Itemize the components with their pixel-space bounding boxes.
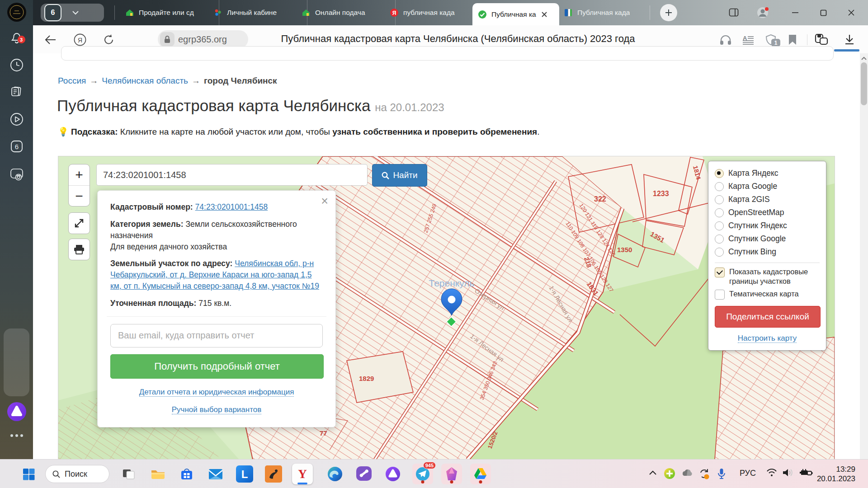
yandex-home-icon[interactable]: Я [73, 33, 87, 47]
video-play-icon[interactable] [9, 112, 24, 127]
taskbar-clock[interactable]: 13:29 20.01.2023 [817, 465, 855, 483]
google-drive-icon[interactable] [470, 464, 491, 484]
profile-avatar[interactable] [756, 6, 769, 19]
layer-option-2gis-map[interactable]: Карта 2GIS [715, 193, 820, 206]
sync-tray-icon[interactable] [698, 468, 711, 480]
download-icon[interactable] [842, 33, 857, 47]
tabs-count-icon[interactable]: 6 [9, 139, 24, 154]
profile-avatar[interactable] [7, 2, 27, 22]
yandex-icon: Я [390, 8, 399, 17]
tab-label: публичная када [403, 9, 455, 17]
onedrive-tray-icon[interactable] [681, 468, 693, 477]
orange-app-icon[interactable] [263, 464, 284, 484]
fullscreen-button[interactable] [68, 212, 90, 234]
chevron-down-icon[interactable] [70, 7, 81, 19]
cadastral-borders-checkbox[interactable]: Показать кадастровые границы участков [715, 267, 820, 286]
zoom-in-button[interactable]: + [69, 164, 90, 186]
alice-taskbar-icon[interactable] [382, 464, 403, 484]
tray-chevron-icon[interactable] [647, 468, 658, 479]
battery-tray-icon[interactable] [799, 468, 813, 477]
headphones-icon[interactable] [718, 33, 733, 47]
sidebar-more-icon[interactable] [9, 433, 24, 438]
task-view-button[interactable] [118, 464, 139, 484]
back-button[interactable] [43, 33, 57, 47]
side-panels-icon[interactable] [727, 6, 741, 19]
layer-option-google-map[interactable]: Карта Google [715, 180, 820, 193]
volume-tray-icon[interactable] [782, 468, 794, 478]
new-tab-button[interactable] [660, 4, 677, 21]
tab-6[interactable]: Публичная када [558, 0, 657, 25]
edge-browser-icon[interactable] [325, 464, 345, 484]
popup-close-icon[interactable]: × [321, 195, 328, 207]
mail-app-icon[interactable] [205, 464, 226, 484]
layer-option-bing-sat[interactable]: Спутник Bing [715, 245, 820, 258]
tab-5-active[interactable]: Публичная ка [472, 3, 559, 25]
cadnum-link[interactable]: 74:23:0201001:1458 [195, 202, 268, 211]
share-link-button[interactable]: Поделиться ссылкой [715, 306, 821, 328]
reload-icon[interactable] [102, 33, 116, 47]
breadcrumb-russia[interactable]: Россия [58, 76, 86, 85]
wifi-tray-icon[interactable] [766, 468, 778, 478]
gem-app-icon[interactable] [441, 464, 462, 484]
lock-icon[interactable] [160, 32, 175, 47]
tab-label: Онлайн подача [315, 9, 365, 17]
alice-assistant-icon[interactable] [6, 401, 27, 422]
scroll-up-icon[interactable] [860, 55, 868, 63]
cadastral-search-input[interactable] [96, 164, 368, 186]
tab-2[interactable]: Личный кабине [208, 0, 307, 25]
l-app-icon[interactable]: L [234, 464, 255, 484]
close-icon[interactable] [541, 11, 548, 18]
tab-4[interactable]: Я публичная када [384, 0, 483, 25]
get-report-button[interactable]: Получить подробный отчет [110, 354, 324, 379]
minimize-button[interactable] [788, 6, 802, 19]
page-scrollbar[interactable] [860, 53, 868, 459]
taskbar-search[interactable]: Поиск [45, 465, 109, 483]
radio-icon [715, 248, 724, 257]
telegram-icon[interactable]: 945 [412, 464, 433, 484]
report-details-link[interactable]: Детали отчета и юридическая информация [139, 388, 294, 397]
scrollbar-thumb[interactable] [861, 62, 867, 105]
articles-feed-icon[interactable] [9, 85, 24, 99]
layer-option-yandex-map[interactable]: Карта Яндекс [715, 167, 820, 180]
thematic-map-checkbox[interactable]: Тематическая карта [715, 289, 820, 300]
microphone-tray-icon[interactable] [716, 468, 727, 480]
zoom-out-button[interactable]: − [69, 186, 90, 206]
yandex-browser-taskbar-icon[interactable]: Y [292, 464, 313, 484]
history-clock-icon[interactable] [9, 58, 24, 72]
bookmark-icon[interactable] [785, 33, 800, 47]
reader-mode-icon[interactable]: A [741, 33, 755, 47]
address-bar[interactable]: egrp365.org [158, 30, 248, 48]
svg-text:Y: Y [298, 467, 307, 481]
search-icon [52, 470, 61, 479]
start-button[interactable] [18, 464, 39, 484]
protect-shield-icon[interactable]: 1 [764, 33, 778, 47]
language-indicator[interactable]: РУС [740, 469, 756, 478]
maximize-button[interactable] [816, 6, 830, 19]
map-layers-panel: Карта Яндекс Карта Google Карта 2GIS Ope… [708, 161, 826, 351]
manual-select-link[interactable]: Ручной выбор вариантов [172, 405, 262, 414]
notifications-bell-icon[interactable]: 3 [10, 30, 24, 44]
tab-1[interactable]: Продайте или сд [120, 0, 219, 25]
tab-group-count[interactable]: 6 [44, 4, 61, 21]
layer-option-google-sat[interactable]: Спутник Google [715, 232, 820, 245]
email-input[interactable] [110, 324, 323, 347]
print-button[interactable] [68, 239, 90, 260]
layer-option-yandex-sat[interactable]: Спутник Яндекс [715, 219, 820, 232]
zoom-control: + − [68, 164, 90, 206]
microsoft-store-icon[interactable] [176, 464, 197, 484]
find-button[interactable]: Найти [372, 164, 427, 187]
viber-icon[interactable] [354, 464, 374, 484]
cadastral-map[interactable]: 322 1233 1351 1350 1814 218 1831 1829 77… [58, 156, 835, 460]
screenshot-camera-icon[interactable] [9, 167, 24, 182]
antivirus-tray-icon[interactable] [664, 468, 675, 479]
tab-group-pill[interactable]: 6 [41, 4, 104, 22]
configure-map-link[interactable]: Настроить карту [738, 334, 797, 343]
file-explorer-icon[interactable] [147, 464, 168, 484]
breadcrumb-region[interactable]: Челябинская область [102, 76, 188, 85]
close-window-button[interactable] [844, 6, 858, 19]
svg-text:Я: Я [78, 37, 82, 44]
layer-option-osm[interactable]: OpenStreetMap [715, 206, 820, 219]
tab-3[interactable]: Онлайн подача [296, 0, 396, 25]
tab-label: Публичная када [577, 9, 630, 17]
extensions-icon[interactable] [814, 33, 829, 47]
